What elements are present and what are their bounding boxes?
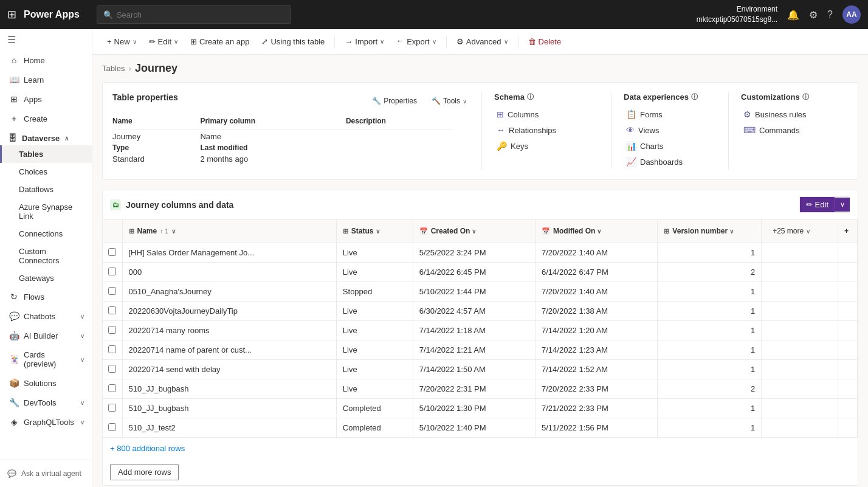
add-column-header[interactable]: + [838, 219, 858, 243]
col-header-more[interactable]: +25 more ∨ [762, 219, 838, 243]
notification-icon[interactable]: 🔔 [787, 9, 799, 21]
cell-created: 5/10/2022 1:40 PM [413, 418, 535, 438]
row-select-checkbox[interactable] [108, 384, 116, 392]
row-checkbox[interactable] [103, 282, 122, 302]
add-more-rows-button[interactable]: Add more rows [110, 464, 179, 480]
sidebar-item-solutions[interactable]: 📦 Solutions [0, 373, 92, 393]
row-checkbox[interactable] [103, 418, 122, 438]
table-row[interactable]: [HH] Sales Order Management Jo... Live 5… [103, 243, 858, 263]
row-checkbox[interactable] [103, 302, 122, 321]
edit-button[interactable]: ✏ Edit ∨ [144, 34, 183, 49]
breadcrumb-parent[interactable]: Tables [102, 64, 125, 73]
row-select-checkbox[interactable] [108, 248, 116, 256]
table-row[interactable]: 20220714 name of parent or cust... Live … [103, 340, 858, 360]
row-select-checkbox[interactable] [108, 287, 116, 295]
row-checkbox[interactable] [103, 340, 122, 360]
delete-button[interactable]: 🗑 Delete [523, 34, 567, 49]
waffle-icon[interactable]: ⊞ [7, 8, 16, 21]
sidebar-item-label: Chatbots [24, 312, 55, 321]
sidebar-item-apps[interactable]: ⊞ Apps [0, 89, 92, 109]
row-checkbox[interactable] [103, 321, 122, 340]
schema-item-relationships[interactable]: ↔ Relationships [494, 122, 601, 138]
sidebar-item-azure-synapse[interactable]: Azure Synapse Link [0, 198, 92, 225]
row-select-checkbox[interactable] [108, 326, 116, 334]
table-row[interactable]: 510_JJ_bugbash Live 7/20/2022 2:31 PM 7/… [103, 379, 858, 399]
table-row[interactable]: 0510_Anagha'sJourney Stopped 5/10/2022 1… [103, 282, 858, 302]
sidebar-item-chatbots[interactable]: 💬 Chatbots ∨ [0, 306, 92, 326]
sidebar-item-tables[interactable]: Tables [0, 145, 92, 163]
export-button[interactable]: → Export ∨ [391, 34, 441, 49]
row-select-checkbox[interactable] [108, 404, 116, 412]
edit-dropdown-button[interactable]: ∨ [835, 198, 850, 212]
additional-rows-link[interactable]: + 800 additional rows [110, 444, 185, 453]
table-row[interactable]: 20220630VojtaJourneyDailyTip Live 6/30/2… [103, 302, 858, 321]
table-row[interactable]: 510_JJ_bugbash Completed 5/10/2022 1:30 … [103, 399, 858, 418]
row-checkbox[interactable] [103, 243, 122, 263]
row-select-checkbox[interactable] [108, 423, 116, 431]
cell-modified: 7/20/2022 2:33 PM [536, 379, 658, 399]
new-button[interactable]: + New ∨ [102, 34, 142, 49]
cell-add [838, 360, 858, 379]
col-header-version[interactable]: ⊞ Version number ∨ [658, 219, 762, 243]
sidebar-item-learn[interactable]: 📖 Learn [0, 70, 92, 89]
settings-icon[interactable]: ⚙ [809, 9, 818, 21]
row-checkbox[interactable] [103, 360, 122, 379]
sidebar-item-dataflows[interactable]: Dataflows [0, 181, 92, 198]
sidebar-section-dataverse[interactable]: 🗄 Dataverse ∧ [0, 128, 92, 145]
sidebar-item-choices[interactable]: Choices [0, 163, 92, 181]
col-header-modified[interactable]: 📅 Modified On ∨ [536, 219, 658, 243]
table-row[interactable]: 000 Live 6/14/2022 6:45 PM 6/14/2022 6:4… [103, 263, 858, 282]
sidebar-item-cards[interactable]: 🃏 Cards (preview) ∨ [0, 345, 92, 373]
sidebar-item-home[interactable]: ⌂ Home [0, 50, 92, 70]
properties-btn[interactable]: 🔧 Properties [367, 95, 422, 107]
sidebar-item-ai-builder[interactable]: 🤖 AI Builder ∨ [0, 326, 92, 345]
home-icon: ⌂ [9, 55, 19, 65]
table-row[interactable]: 20220714 many rooms Live 7/14/2022 1:18 … [103, 321, 858, 340]
app-brand: Power Apps [24, 9, 80, 20]
tools-btn[interactable]: 🔨 Tools ∨ [427, 95, 472, 107]
schema-item-charts[interactable]: 📊 Charts [624, 138, 718, 154]
create-app-button[interactable]: ⊞ Create an app [185, 34, 254, 49]
sidebar-child-label: Choices [19, 167, 47, 176]
schema-item-views[interactable]: 👁 Views [624, 122, 718, 138]
search-input[interactable] [117, 10, 284, 19]
using-table-label: Using this table [270, 37, 325, 46]
edit-main-button[interactable]: ✏ Edit [800, 197, 835, 212]
import-button[interactable]: → Import ∨ [340, 34, 389, 49]
using-table-icon: ⤢ [261, 37, 268, 46]
row-select-checkbox[interactable] [108, 345, 116, 353]
row-checkbox[interactable] [103, 263, 122, 282]
schema-item-keys[interactable]: 🔑 Keys [494, 138, 601, 154]
col-header-name[interactable]: ⊞ Name ↑ 1 ∨ [122, 219, 336, 243]
row-checkbox[interactable] [103, 399, 122, 418]
schema-item-forms[interactable]: 📋 Forms [624, 106, 718, 122]
row-select-checkbox[interactable] [108, 268, 116, 275]
avatar[interactable]: AA [842, 5, 861, 24]
sidebar-collapse-button[interactable]: ☰ [0, 29, 92, 50]
cell-modified: 7/14/2022 1:23 AM [536, 340, 658, 360]
col-header-created[interactable]: 📅 Created On ∨ [413, 219, 535, 243]
sidebar-item-gateways[interactable]: Gateways [0, 269, 92, 287]
sidebar-item-custom-connectors[interactable]: Custom Connectors [0, 243, 92, 269]
schema-item-business-rules[interactable]: ⚙ Business rules [741, 106, 848, 122]
advanced-button[interactable]: ⚙ Advanced ∨ [452, 34, 513, 49]
table-row[interactable]: 20220714 send with delay Live 7/14/2022 … [103, 360, 858, 379]
schema-item-commands[interactable]: ⌨ Commands [741, 122, 848, 138]
more-columns-button[interactable]: +25 more ∨ [768, 224, 815, 238]
col-header-status[interactable]: ⊞ Status ∨ [336, 219, 413, 243]
using-table-button[interactable]: ⤢ Using this table [257, 34, 329, 49]
schema-item-dashboards[interactable]: 📈 Dashboards [624, 154, 718, 170]
sidebar-item-flows[interactable]: ↻ Flows [0, 287, 92, 306]
search-box[interactable]: 🔍 [97, 5, 291, 24]
table-row[interactable]: 510_JJ_test2 Completed 5/10/2022 1:40 PM… [103, 418, 858, 438]
row-select-checkbox[interactable] [108, 365, 116, 373]
sidebar-item-connections[interactable]: Connections [0, 225, 92, 243]
row-checkbox[interactable] [103, 379, 122, 399]
schema-item-columns[interactable]: ⊞ Columns [494, 106, 601, 122]
help-icon[interactable]: ? [827, 9, 833, 20]
virtual-agent-button[interactable]: 💬 Ask a virtual agent [7, 465, 84, 482]
sidebar-item-create[interactable]: + Create [0, 109, 92, 128]
sidebar-item-graphql[interactable]: ◈ GraphQLTools ∨ [0, 412, 92, 432]
row-select-checkbox[interactable] [108, 306, 116, 314]
sidebar-item-devtools[interactable]: 🔧 DevTools ∨ [0, 393, 92, 412]
